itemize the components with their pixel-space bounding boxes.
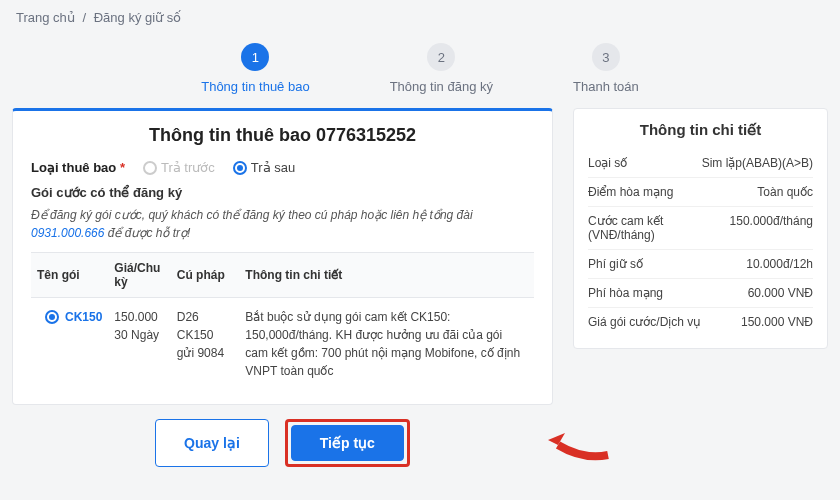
- breadcrumb-home[interactable]: Trang chủ: [16, 10, 75, 25]
- details-card: Thông tin chi tiết Loại sốSim lặp(ABAB)(…: [573, 108, 828, 349]
- step-3-circle: 3: [592, 43, 620, 71]
- breadcrumb-current: Đăng ký giữ số: [94, 10, 182, 25]
- th-info: Thông tin chi tiết: [239, 253, 534, 298]
- radio-icon: [143, 161, 157, 175]
- step-2[interactable]: 2 Thông tin đăng ký: [390, 43, 493, 94]
- th-price: Giá/Chu kỳ: [108, 253, 170, 298]
- subtype-label: Loại thuê bao *: [31, 160, 125, 175]
- radio-prepaid[interactable]: Trả trước: [143, 160, 215, 175]
- stepper: 1 Thông tin thuê bao 2 Thông tin đăng ký…: [0, 35, 840, 108]
- th-name: Tên gói: [31, 253, 108, 298]
- details-title: Thông tin chi tiết: [588, 121, 813, 139]
- back-button[interactable]: Quay lại: [155, 419, 269, 467]
- breadcrumb: Trang chủ / Đăng ký giữ số: [0, 0, 840, 35]
- plan-syntax: D26 CK150 gửi 9084: [171, 298, 240, 391]
- next-highlight: Tiếp tục: [285, 419, 410, 467]
- hotline-link[interactable]: 0931.000.666: [31, 226, 104, 240]
- detail-row: Giá gói cước/Dịch vụ150.000 VNĐ: [588, 308, 813, 336]
- plans-label: Gói cước có thể đăng ký: [31, 185, 534, 200]
- step-1[interactable]: 1 Thông tin thuê bao: [201, 43, 309, 94]
- subscriber-card: Thông tin thuê bao 0776315252 Loại thuê …: [12, 108, 553, 405]
- annotation-arrow-icon: [543, 425, 613, 465]
- next-button[interactable]: Tiếp tục: [291, 425, 404, 461]
- detail-row: Điểm hòa mạngToàn quốc: [588, 178, 813, 207]
- card-title: Thông tin thuê bao 0776315252: [31, 125, 534, 146]
- plan-price: 150.000 30 Ngày: [108, 298, 170, 391]
- step-3-label: Thanh toán: [573, 79, 639, 94]
- detail-row: Phí hòa mạng60.000 VNĐ: [588, 279, 813, 308]
- step-2-circle: 2: [427, 43, 455, 71]
- table-row[interactable]: CK150 150.000 30 Ngày D26 CK150 gửi 9084…: [31, 298, 534, 391]
- step-2-label: Thông tin đăng ký: [390, 79, 493, 94]
- plans-table: Tên gói Giá/Chu kỳ Cú pháp Thông tin chi…: [31, 252, 534, 390]
- step-1-circle: 1: [241, 43, 269, 71]
- radio-postpaid[interactable]: Trả sau: [233, 160, 295, 175]
- register-note: Để đăng ký gói cước, quý khách có thể đă…: [31, 206, 534, 242]
- plan-name: CK150: [65, 308, 102, 326]
- step-1-label: Thông tin thuê bao: [201, 79, 309, 94]
- th-syntax: Cú pháp: [171, 253, 240, 298]
- actions: Quay lại Tiếp tục: [12, 419, 553, 467]
- detail-row: Phí giữ số10.000đ/12h: [588, 250, 813, 279]
- detail-row: Cước cam kết (VNĐ/tháng)150.000đ/tháng: [588, 207, 813, 250]
- detail-row: Loại sốSim lặp(ABAB)(A>B): [588, 149, 813, 178]
- radio-plan[interactable]: [45, 310, 59, 324]
- breadcrumb-sep: /: [82, 10, 86, 25]
- radio-icon: [45, 310, 59, 324]
- radio-icon: [233, 161, 247, 175]
- plan-info: Bắt buộc sử dụng gói cam kết CK150: 150,…: [239, 298, 534, 391]
- step-3[interactable]: 3 Thanh toán: [573, 43, 639, 94]
